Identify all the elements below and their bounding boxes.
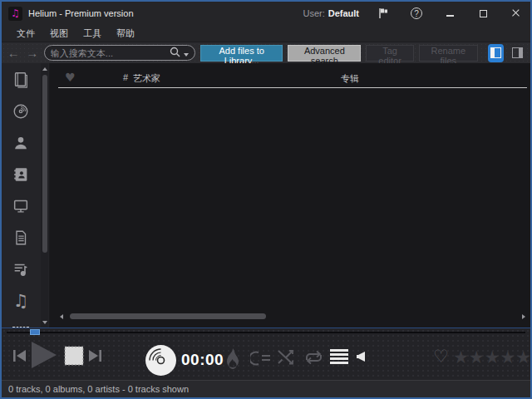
sidebar-scrollbar-thumb[interactable]	[42, 75, 47, 253]
sidebar-item-artists-person[interactable]	[11, 133, 31, 153]
toolbar: ← → Add files to Library... Advanced sea…	[2, 42, 530, 63]
sidebar-item-tracks-music-notes[interactable]: ♫	[11, 291, 31, 311]
maximize-button[interactable]	[474, 5, 492, 22]
disc-icon[interactable]	[144, 343, 178, 381]
left-panel-toggle[interactable]	[488, 44, 505, 62]
star-icon[interactable]: ★	[485, 347, 500, 367]
tag-editor-button: Tag editor	[366, 45, 414, 62]
right-panel-icon	[512, 47, 523, 58]
forward-arrow-icon[interactable]: →	[25, 46, 38, 60]
user-label: User:	[303, 8, 324, 18]
shuffle-icon[interactable]	[277, 349, 295, 369]
star-icon[interactable]: ★	[453, 347, 469, 367]
window-title: Helium - Premium version	[28, 8, 134, 18]
help-button[interactable]: ?	[407, 5, 426, 22]
left-panel-icon	[490, 47, 501, 58]
app-window: ♫ Helium - Premium version User:Default …	[0, 0, 532, 399]
rename-files-button: Rename files	[419, 45, 478, 62]
right-panel-toggle[interactable]	[509, 44, 525, 62]
minimize-icon	[446, 10, 454, 17]
star-icon[interactable]: ★	[469, 347, 485, 367]
next-track-button[interactable]	[87, 348, 103, 367]
status-bar: 0 tracks, 0 albums, 0 artists - 0 tracks…	[2, 380, 530, 397]
menu-file[interactable]: 文件	[10, 26, 42, 42]
search-options-caret-icon[interactable]	[184, 53, 189, 57]
search-icon[interactable]	[170, 47, 180, 60]
menu-bar: 文件 视图 工具 帮助	[2, 25, 530, 42]
player-bar: 00:00 ♡ ★ ★ ★ ★ ★	[2, 328, 530, 380]
rating-stars[interactable]: ★ ★ ★ ★ ★	[453, 347, 531, 367]
scroll-down-icon[interactable]	[41, 318, 48, 326]
search-box[interactable]	[44, 45, 195, 61]
advanced-search-button[interactable]: Advanced search	[288, 45, 361, 62]
seek-handle[interactable]	[30, 329, 40, 335]
content-area: ♫ ♥ # 艺术家 专辑	[2, 63, 530, 328]
column-header-album[interactable]: 专辑	[341, 72, 359, 85]
user-value: Default	[328, 8, 359, 18]
sidebar-item-files-document[interactable]	[11, 228, 31, 248]
horizontal-scrollbar-thumb[interactable]	[70, 313, 266, 319]
favorite-column-heart-icon[interactable]: ♥	[65, 71, 76, 84]
app-logo-icon: ♫	[8, 7, 22, 21]
sidebar-item-library-book[interactable]	[11, 70, 31, 90]
back-arrow-icon[interactable]: ←	[7, 46, 20, 60]
sidebar-item-playlists[interactable]	[11, 259, 31, 279]
menu-help[interactable]: 帮助	[110, 26, 141, 42]
scroll-right-icon[interactable]	[520, 313, 527, 320]
stop-button[interactable]	[64, 346, 84, 369]
sidebar-scrollbar[interactable]	[41, 63, 48, 328]
column-header-artist[interactable]: 艺术家	[133, 72, 160, 85]
scroll-left-icon[interactable]	[58, 313, 65, 320]
play-queue-icon[interactable]	[250, 350, 272, 370]
scroll-up-icon[interactable]	[41, 65, 48, 72]
star-icon[interactable]: ★	[515, 347, 531, 367]
speaker-icon[interactable]	[356, 351, 366, 366]
close-button[interactable]	[507, 5, 525, 22]
user-indicator: User:Default	[303, 8, 359, 18]
scrobble-flame-icon[interactable]	[222, 347, 244, 375]
star-icon[interactable]: ★	[500, 347, 515, 367]
menu-tools[interactable]: 工具	[76, 26, 108, 42]
add-files-button[interactable]: Add files to Library...	[200, 45, 283, 62]
flag-icon[interactable]	[374, 5, 392, 22]
question-icon: ?	[411, 7, 422, 19]
time-display: 00:00	[181, 351, 224, 369]
favorite-heart-icon[interactable]: ♡	[433, 347, 449, 367]
queue-list-icon[interactable]	[330, 347, 348, 366]
seek-bar[interactable]	[7, 332, 525, 333]
previous-track-button[interactable]	[12, 348, 27, 367]
maximize-icon	[480, 10, 487, 17]
search-input[interactable]	[51, 48, 166, 58]
minimize-button[interactable]	[441, 5, 459, 22]
sidebar-item-devices-monitor[interactable]	[11, 196, 31, 216]
sidebar-item-contacts-book[interactable]	[11, 165, 31, 185]
menu-view[interactable]: 视图	[43, 26, 75, 42]
column-header-index[interactable]: #	[123, 72, 128, 82]
track-list-panel: ♥ # 艺术家 专辑	[50, 63, 530, 328]
title-bar: ♫ Helium - Premium version User:Default …	[2, 2, 530, 25]
sidebar-item-albums-disc[interactable]	[11, 101, 31, 121]
repeat-icon[interactable]	[303, 349, 325, 369]
table-header: ♥ # 艺术家 专辑	[58, 70, 527, 88]
play-button[interactable]	[29, 341, 59, 372]
sidebar: ♫	[2, 63, 50, 328]
horizontal-scrollbar[interactable]	[58, 311, 527, 323]
status-text: 0 tracks, 0 albums, 0 artists - 0 tracks…	[8, 384, 189, 394]
